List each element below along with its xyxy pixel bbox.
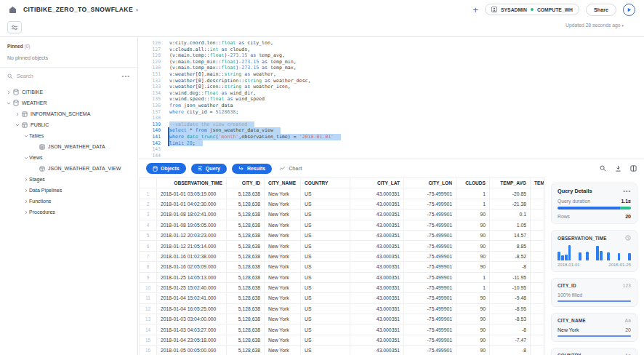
cell[interactable]: 90	[456, 324, 490, 335]
sidebar-item-weather[interactable]: WEATHER	[0, 97, 137, 108]
cell[interactable]: New York	[265, 303, 301, 314]
cell[interactable]: 90	[456, 210, 490, 220]
chevron-down-icon[interactable]	[15, 123, 20, 127]
column-header-city_id[interactable]: CITY_ID	[227, 178, 265, 188]
tab-chart[interactable]: Chart	[279, 166, 302, 171]
cell[interactable]: 1.05	[490, 220, 531, 230]
chevron-right-icon[interactable]	[23, 188, 29, 193]
cell[interactable]: -11.95	[490, 272, 531, 282]
cell[interactable]: 2018-01-05 00:05:00.000	[157, 346, 227, 355]
more-icon[interactable]: •••	[623, 188, 631, 194]
chevron-right-icon[interactable]	[23, 210, 29, 215]
sidebar-item-public[interactable]: PUBLIC	[0, 119, 137, 130]
sidebar-item-functions[interactable]: Functions	[0, 196, 137, 207]
cell[interactable]: 2018-01-12 20:03:23.000	[157, 230, 227, 240]
sidebar-item-json-weather-data[interactable]: JSON_WEATHER_DATA	[0, 141, 137, 152]
cell[interactable]: 14.57	[490, 230, 531, 240]
tab-objects[interactable]: Objects	[146, 163, 186, 174]
cell[interactable]	[531, 346, 544, 355]
cell[interactable]	[531, 272, 544, 282]
cell[interactable]: 5,128,638	[227, 220, 265, 230]
cell[interactable]: -75.499901	[404, 230, 456, 240]
tab-results[interactable]: Results	[232, 164, 272, 174]
cell[interactable]: 2018-01-08 18:02:41.000	[157, 210, 227, 220]
cell[interactable]: -75.499901	[404, 241, 456, 251]
cell[interactable]: -75.499901	[404, 262, 456, 272]
cell[interactable]: 2018-01-01 03:05:19.000	[157, 188, 227, 199]
sidebar-item-data-pipelines[interactable]: Data Pipelines	[0, 185, 137, 196]
sidebar-item-views[interactable]: Views	[0, 152, 137, 163]
cell[interactable]: 8.85	[490, 241, 531, 251]
cell[interactable]: 5,128,638	[227, 188, 265, 199]
cell[interactable]	[531, 335, 544, 345]
cell[interactable]: 5,128,638	[227, 210, 265, 220]
cell[interactable]: -7.47	[490, 335, 531, 345]
cell[interactable]: 1	[456, 199, 490, 209]
cell[interactable]: US	[301, 346, 350, 355]
cell[interactable]	[531, 282, 544, 292]
cell[interactable]: 43.000351	[350, 188, 404, 199]
cell[interactable]: 43.000351	[350, 346, 404, 355]
column-header-temp_min[interactable]: TEMP_MIN	[531, 178, 544, 188]
chevron-down-icon[interactable]	[23, 156, 29, 160]
cell[interactable]: New York	[265, 272, 301, 282]
cell[interactable]	[531, 303, 544, 314]
cell[interactable]: 5,128,638	[227, 293, 265, 303]
cell[interactable]: 5,128,638	[227, 335, 265, 345]
cell[interactable]: US	[301, 324, 350, 335]
cell[interactable]: -75.499901	[404, 282, 456, 292]
cell[interactable]: 5,128,638	[227, 199, 265, 209]
updated-status[interactable]: Updated 28 seconds ago ▾	[565, 23, 624, 28]
cell[interactable]: New York	[265, 282, 301, 292]
cell[interactable]: 5,128,638	[227, 324, 265, 335]
cell[interactable]: US	[301, 251, 350, 261]
cell[interactable]: US	[301, 272, 350, 282]
chevron-down-icon[interactable]	[6, 101, 12, 105]
cell[interactable]: -8	[490, 346, 531, 355]
cell[interactable]: New York	[265, 210, 301, 220]
cell[interactable]: 43.000351	[350, 303, 404, 314]
cell[interactable]: 90	[456, 346, 490, 355]
cell[interactable]: 43.000351	[350, 335, 404, 345]
cell[interactable]: 5,128,638	[227, 230, 265, 240]
cell[interactable]: -75.499901	[404, 324, 456, 335]
cell[interactable]	[531, 230, 544, 240]
cell[interactable]: -9.48	[490, 293, 531, 303]
cell[interactable]: 43.000351	[350, 220, 404, 230]
cell[interactable]	[531, 188, 544, 199]
cell[interactable]: 2018-01-16 02:05:09.000	[157, 262, 227, 272]
chevron-right-icon[interactable]	[6, 90, 12, 95]
cell[interactable]: US	[301, 210, 350, 220]
cell[interactable]: 90	[456, 220, 490, 230]
chevron-down-icon[interactable]	[23, 134, 29, 138]
cell[interactable]: 1	[456, 282, 490, 292]
cell[interactable]: US	[301, 293, 350, 303]
cell[interactable]	[531, 220, 544, 230]
sidebar-item-tables[interactable]: Tables	[0, 130, 137, 141]
chevron-down-icon[interactable]: ▾	[136, 7, 138, 12]
cell[interactable]: US	[301, 262, 350, 272]
cell[interactable]: New York	[265, 251, 301, 261]
cell[interactable]: 43.000351	[350, 251, 404, 261]
cell[interactable]: -75.499901	[404, 210, 456, 220]
cell[interactable]: 2018-01-04 15:02:41.000	[157, 293, 227, 303]
cell[interactable]: New York	[265, 188, 301, 199]
cell[interactable]: 90	[456, 335, 490, 345]
cell[interactable]: New York	[265, 241, 301, 251]
cell[interactable]: New York	[265, 220, 301, 230]
cell[interactable]: 2018-01-12 21:05:14.000	[157, 241, 227, 251]
cell[interactable]	[531, 293, 544, 303]
cell[interactable]: 43.000351	[350, 210, 404, 220]
cell[interactable]: 1	[456, 272, 490, 282]
cell[interactable]: 2018-01-08 19:05:05.000	[157, 220, 227, 230]
cell[interactable]: US	[301, 188, 350, 199]
sidebar-more-icon[interactable]: •••	[122, 73, 130, 79]
column-header-clouds[interactable]: CLOUDS	[456, 178, 490, 188]
cell[interactable]	[531, 262, 544, 272]
cell[interactable]: -75.499901	[404, 314, 456, 324]
cell[interactable]: -21.38	[490, 199, 531, 209]
cell[interactable]: New York	[265, 346, 301, 355]
cell[interactable]: 43.000351	[350, 324, 404, 335]
cell[interactable]: US	[301, 335, 350, 345]
home-icon[interactable]	[9, 6, 17, 13]
